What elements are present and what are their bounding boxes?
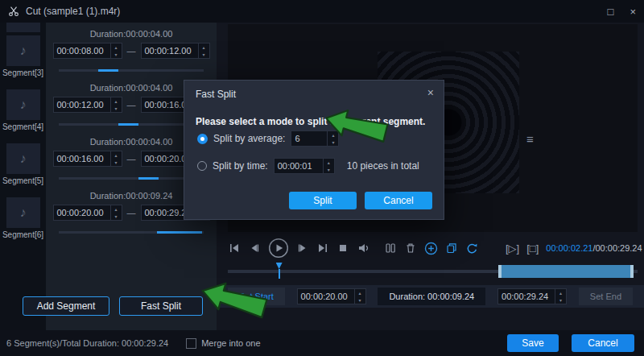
- split-by-average-row: Split by average: 6 ▴▾: [197, 130, 339, 147]
- time-spinner[interactable]: ▴▾: [110, 97, 122, 112]
- skip-start-button[interactable]: [228, 242, 241, 255]
- play-segment-button[interactable]: [▷]: [506, 242, 519, 255]
- spin-up-icon[interactable]: ▴: [199, 43, 209, 51]
- music-note-icon: ♪: [6, 35, 40, 66]
- dialog-cancel-button[interactable]: Cancel: [365, 192, 432, 209]
- fast-split-dialog: Fast Split × Please select a mode to spl…: [184, 80, 444, 220]
- sidebar-item-segment4[interactable]: ♪ Segment[4]: [0, 89, 46, 131]
- fast-split-button[interactable]: Fast Split: [119, 296, 203, 316]
- average-count-input[interactable]: 6 ▴▾: [291, 130, 339, 147]
- stop-button[interactable]: [336, 242, 349, 255]
- menu-icon[interactable]: ≡: [526, 132, 534, 146]
- merge-into-one-checkbox[interactable]: Merge into one: [186, 338, 260, 349]
- spin-down-icon[interactable]: ▾: [199, 51, 209, 58]
- spin-down-icon[interactable]: ▾: [328, 139, 338, 146]
- split-by-average-radio[interactable]: [197, 134, 208, 144]
- frame-forward-button[interactable]: [296, 242, 309, 255]
- spin-down-icon[interactable]: ▾: [355, 296, 365, 304]
- spin-down-icon[interactable]: ▾: [111, 51, 122, 58]
- reset-button[interactable]: [465, 242, 479, 255]
- segment-position-track: [59, 69, 204, 72]
- spin-down-icon[interactable]: ▾: [555, 296, 566, 304]
- cut-window: Cut (sample1 (1).m4r) □ × ♪ ♪ Segment[3]…: [0, 0, 644, 356]
- spin-down-icon[interactable]: ▾: [324, 166, 334, 173]
- footer-bar: 6 Segment(s)/Total Duration: 00:00:29.24…: [0, 330, 644, 356]
- segment-position-bar: [118, 123, 138, 126]
- spin-up-icon[interactable]: ▴: [555, 289, 566, 296]
- spin-down-icon[interactable]: ▾: [111, 105, 122, 112]
- segment-start-input[interactable]: 00:00:08.00 ▴▾: [53, 43, 122, 59]
- segment-position-bar: [98, 69, 118, 72]
- segment-start-input[interactable]: 00:00:12.00 ▴▾: [53, 97, 122, 113]
- time-spinner[interactable]: ▴▾: [110, 151, 122, 166]
- music-note-icon: ♪: [6, 23, 40, 32]
- segment-end-input[interactable]: 00:00:12.00 ▴▾: [141, 43, 210, 59]
- time-spinner[interactable]: ▴▾: [323, 159, 334, 173]
- segment-position-track: [59, 231, 204, 234]
- spin-up-icon[interactable]: ▴: [111, 43, 122, 51]
- split-time-input[interactable]: 00:00:01 ▴▾: [274, 158, 335, 174]
- dialog-close-icon[interactable]: ×: [427, 86, 434, 99]
- split-at-playhead-button[interactable]: [384, 242, 397, 255]
- music-note-icon: ♪: [6, 89, 40, 120]
- time-spinner[interactable]: ▴▾: [354, 289, 365, 304]
- frame-back-button[interactable]: [248, 242, 261, 255]
- segment-start-input[interactable]: 00:00:20.00 ▴▾: [53, 205, 122, 221]
- trim-start-value: 00:00:20.00: [298, 289, 354, 304]
- music-note-glyph: ♪: [20, 23, 27, 24]
- add-segment-icon-button[interactable]: [424, 242, 438, 255]
- time-spinner[interactable]: ▴▾: [198, 43, 209, 58]
- sidebar-item-segment6[interactable]: ♪ Segment[6]: [0, 197, 46, 239]
- spin-up-icon[interactable]: ▴: [324, 159, 334, 166]
- set-start-button[interactable]: Set Start: [228, 288, 285, 305]
- maximize-button[interactable]: □: [608, 6, 614, 18]
- stop-segment-button[interactable]: [□]: [526, 242, 539, 255]
- spin-up-icon[interactable]: ▴: [328, 131, 338, 139]
- split-by-time-radio[interactable]: [197, 161, 207, 171]
- sidebar-item-segment3[interactable]: ♪ Segment[3]: [0, 35, 46, 77]
- music-note-glyph: ♪: [20, 205, 27, 220]
- save-button[interactable]: Save: [507, 334, 559, 352]
- time-spinner[interactable]: ▴▾: [110, 43, 122, 58]
- segment-position-bar: [138, 177, 159, 180]
- add-segment-button[interactable]: Add Segment: [23, 296, 109, 316]
- play-button[interactable]: [268, 238, 289, 259]
- pieces-note: 10 pieces in total: [347, 160, 419, 172]
- segment-start-input[interactable]: 00:00:16.00 ▴▾: [53, 151, 122, 167]
- timeline-playhead[interactable]: [276, 263, 283, 279]
- split-button[interactable]: Split: [289, 192, 357, 209]
- time-spinner[interactable]: ▴▾: [327, 131, 338, 146]
- spin-up-icon[interactable]: ▴: [355, 289, 365, 296]
- trim-end-value: 00:00:29.24: [498, 289, 555, 304]
- copy-segment-button[interactable]: [445, 242, 458, 255]
- close-button[interactable]: ×: [630, 6, 636, 18]
- delete-segment-button[interactable]: [404, 242, 417, 255]
- volume-button[interactable]: [357, 242, 369, 255]
- segment-duration: Duration:00:00:04.00: [51, 24, 212, 39]
- spin-down-icon[interactable]: ▾: [111, 159, 122, 166]
- current-time: 00:00:02.21: [546, 243, 592, 253]
- cancel-button[interactable]: Cancel: [572, 334, 634, 352]
- segment-label: Segment[4]: [0, 122, 46, 131]
- time-spinner[interactable]: ▴▾: [110, 205, 122, 220]
- music-note-icon: ♪: [6, 197, 40, 228]
- spin-up-icon[interactable]: ▴: [111, 205, 122, 213]
- skip-end-button[interactable]: [316, 242, 329, 255]
- set-end-button[interactable]: Set End: [579, 288, 633, 305]
- average-count-value: 6: [291, 131, 327, 146]
- split-time-value: 00:00:01: [275, 159, 323, 173]
- trim-start-input[interactable]: 00:00:20.00 ▴▾: [297, 288, 366, 304]
- time-spinner[interactable]: ▴▾: [555, 289, 566, 304]
- spin-down-icon[interactable]: ▾: [111, 213, 122, 220]
- spin-up-icon[interactable]: ▴: [111, 97, 122, 105]
- timeline[interactable]: [228, 263, 638, 280]
- dialog-message: Please select a mode to split the curren…: [196, 116, 425, 127]
- music-note-glyph: ♪: [20, 43, 27, 58]
- checkbox-icon[interactable]: [186, 338, 196, 349]
- segment-thumbnail-partial[interactable]: ♪: [0, 23, 46, 32]
- trim-end-input[interactable]: 00:00:29.24 ▴▾: [497, 288, 567, 304]
- music-note-glyph: ♪: [20, 151, 27, 166]
- spin-up-icon[interactable]: ▴: [111, 151, 122, 159]
- sidebar-item-segment5[interactable]: ♪ Segment[5]: [0, 143, 46, 185]
- timeline-selection[interactable]: [498, 265, 634, 278]
